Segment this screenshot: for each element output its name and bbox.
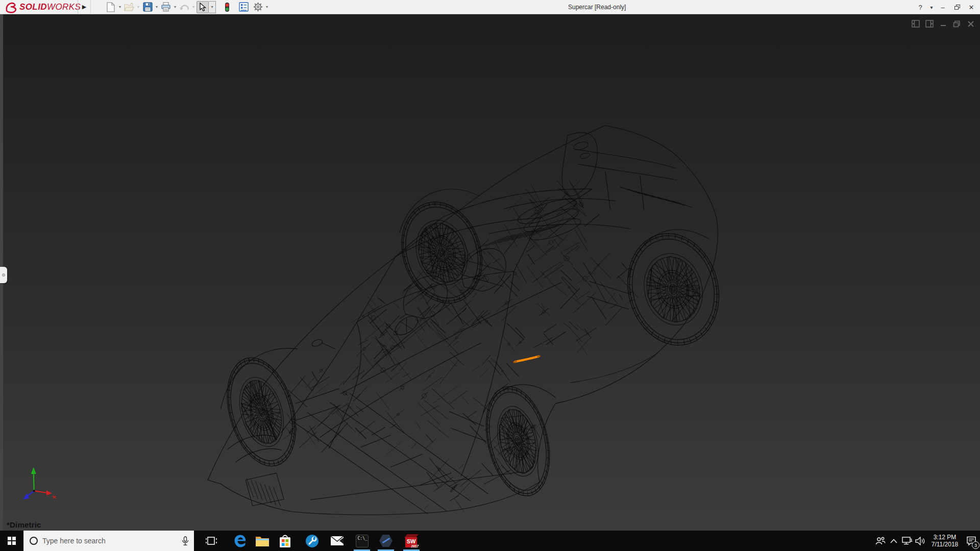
toolbar-flyout-button[interactable]: ▶: [78, 0, 91, 14]
wrench-circle-icon: [305, 534, 319, 548]
document-window-controls: [911, 19, 975, 28]
people-button[interactable]: [874, 531, 887, 551]
save-floppy-icon: [143, 2, 153, 12]
help-dropdown[interactable]: ▾: [929, 5, 934, 10]
chevron-up-icon: [890, 539, 897, 543]
open-folder-icon: [124, 3, 134, 12]
ethernet-icon: [902, 537, 913, 545]
windows-taskbar: C:\_ SW 2017: [0, 531, 980, 551]
graphics-viewport[interactable]: *Dimetric: [0, 14, 980, 531]
search-input[interactable]: [42, 537, 182, 545]
undo-button[interactable]: [178, 1, 190, 13]
open-button[interactable]: [123, 1, 135, 13]
store-button[interactable]: [275, 531, 295, 551]
edge-icon: [233, 534, 247, 548]
open-dropdown[interactable]: ▾: [135, 5, 141, 9]
people-icon: [875, 537, 886, 545]
volume-button[interactable]: [914, 531, 927, 551]
select-tool-button[interactable]: [197, 1, 209, 13]
hexagon-app-icon: [379, 535, 393, 547]
traffic-light-icon: [224, 2, 230, 12]
brand-works: WORKS: [47, 2, 81, 12]
print-button[interactable]: [160, 1, 172, 13]
solidworks-window: SOLIDWORKS ▶ ▾ ▾: [0, 0, 980, 551]
select-cursor-icon: [199, 3, 207, 12]
save-dropdown[interactable]: ▾: [154, 5, 160, 9]
help-button[interactable]: ?: [915, 4, 926, 11]
taskbar-clock[interactable]: 3:12 PM 7/11/2018: [929, 534, 961, 548]
select-tool-dropdown[interactable]: ▾: [209, 1, 216, 13]
system-tray: 3:12 PM 7/11/2018 3: [874, 531, 980, 551]
flyout-arrow-icon: ▶: [82, 4, 86, 10]
windows-logo-icon: [8, 537, 16, 545]
command-prompt-button[interactable]: C:\_: [352, 531, 372, 551]
task-view-button[interactable]: [201, 531, 222, 551]
rebuild-button[interactable]: [221, 1, 233, 13]
clock-date: 7/11/2018: [929, 541, 961, 548]
options-list-icon: [239, 2, 249, 12]
file-explorer-icon: [255, 535, 270, 547]
mail-button[interactable]: [327, 531, 347, 551]
restore-button[interactable]: [951, 4, 963, 11]
network-button[interactable]: [900, 531, 914, 551]
document-title: Supercar [Read-only]: [568, 4, 626, 11]
options-dropdown[interactable]: ▾: [264, 5, 270, 9]
close-button[interactable]: ✕: [966, 4, 977, 11]
print-icon: [161, 2, 171, 12]
view-orientation-label: *Dimetric: [7, 520, 41, 529]
undo-arrow-icon: [179, 3, 189, 12]
mail-icon: [330, 536, 344, 546]
window-controls: ? ▾ – ✕: [915, 0, 977, 14]
file-explorer-button[interactable]: [252, 531, 273, 551]
ds-logo-icon: [4, 1, 17, 13]
undo-dropdown[interactable]: ▾: [190, 5, 197, 9]
cortana-icon: [30, 537, 38, 545]
new-document-button[interactable]: [105, 1, 117, 13]
edge-button[interactable]: [230, 531, 250, 551]
support-tool-button[interactable]: [302, 531, 322, 551]
title-bar: SOLIDWORKS ▶ ▾ ▾: [0, 0, 980, 14]
hexagon-app-button[interactable]: [376, 531, 396, 551]
command-prompt-icon: C:\_: [356, 535, 369, 547]
minimize-button[interactable]: –: [937, 4, 948, 11]
new-document-dropdown[interactable]: ▾: [117, 5, 123, 9]
action-center-button[interactable]: 3: [963, 531, 980, 551]
clock-time: 3:12 PM: [929, 534, 961, 541]
doc-close-button[interactable]: [966, 19, 975, 28]
microphone-icon[interactable]: [182, 536, 189, 546]
brand-solid: SOLID: [19, 2, 47, 12]
properties-button[interactable]: [237, 1, 250, 13]
doc-minimize-button[interactable]: [939, 19, 947, 28]
solidworks-app-button[interactable]: SW 2017: [401, 531, 422, 551]
taskbar-search[interactable]: [23, 531, 194, 551]
wireframe-car-canvas[interactable]: [0, 14, 980, 531]
print-dropdown[interactable]: ▾: [172, 5, 178, 9]
solidworks-app-icon: SW 2017: [405, 534, 418, 548]
quick-access-toolbar: ▾ ▾ ▾: [105, 0, 270, 14]
doc-restore-button[interactable]: [952, 19, 961, 28]
solidworks-logo: SOLIDWORKS: [4, 1, 81, 13]
pane-right-icon[interactable]: [925, 19, 934, 28]
save-button[interactable]: [141, 1, 154, 13]
options-button[interactable]: [252, 1, 264, 13]
tray-overflow-button[interactable]: [887, 531, 900, 551]
restore-icon: [954, 5, 960, 10]
notification-badge: 3: [972, 541, 979, 549]
task-view-icon: [206, 536, 217, 545]
start-button[interactable]: [0, 531, 23, 551]
pane-left-icon[interactable]: [911, 19, 920, 28]
orientation-triad: [23, 467, 56, 499]
gear-icon: [253, 2, 263, 12]
store-icon: [279, 534, 291, 548]
new-document-icon: [106, 2, 115, 12]
speaker-icon: [915, 537, 925, 545]
